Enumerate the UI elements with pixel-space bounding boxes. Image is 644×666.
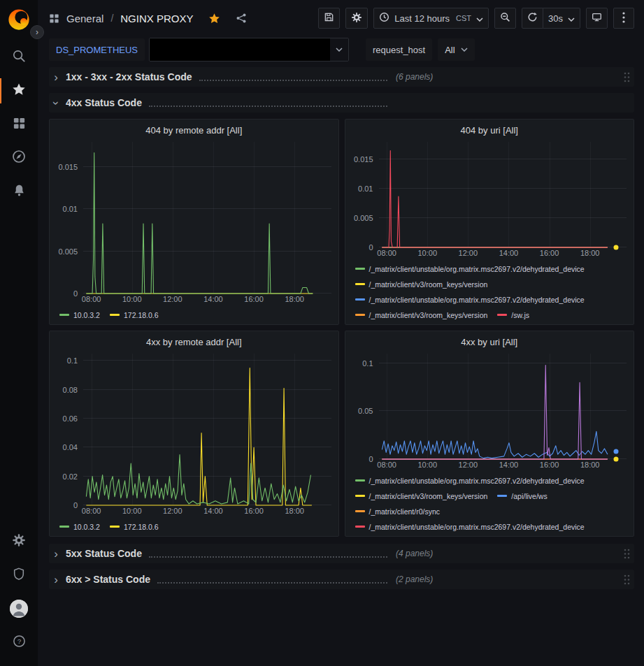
dashboards-grid-icon bbox=[13, 117, 26, 133]
bell-icon bbox=[13, 184, 26, 200]
legend-item[interactable]: /_matrix/client/unstable/org.matrix.msc2… bbox=[355, 475, 585, 486]
compass-icon bbox=[12, 150, 26, 166]
chart: 00.0050.010.01508:0010:0012:0014:0016:00… bbox=[50, 140, 338, 324]
time-range-picker[interactable]: Last 12 hours CST bbox=[373, 8, 489, 29]
legend-item[interactable]: /_matrix/client/v3/room_keys/version bbox=[355, 491, 488, 501]
star-icon bbox=[12, 82, 26, 99]
x-tick-label: 18:00 bbox=[580, 249, 600, 257]
save-dashboard-button[interactable] bbox=[318, 8, 340, 29]
x-axis-spacer bbox=[350, 247, 379, 259]
legend-swatch bbox=[355, 298, 365, 301]
chart: 00.0050.010.01508:0010:0012:0014:0016:00… bbox=[345, 140, 634, 324]
legend-item[interactable]: /_matrix/client/unstable/org.matrix.msc2… bbox=[355, 294, 585, 305]
panel-title[interactable]: 404 by uri [All] bbox=[461, 125, 518, 136]
sidebar-expand-button[interactable]: › bbox=[30, 25, 44, 39]
top-toolbar: General / NGINX PROXY bbox=[38, 0, 644, 36]
legend-item[interactable]: /_matrix/client/unstable/org.matrix.msc2… bbox=[355, 263, 585, 274]
sidebar-item-dashboards[interactable] bbox=[0, 108, 38, 141]
request-host-variable-select[interactable]: All bbox=[438, 38, 474, 61]
x-axis: 08:0010:0012:0014:0016:0018:00 bbox=[54, 294, 331, 305]
sidebar-item-configuration[interactable] bbox=[0, 525, 38, 558]
panel-header[interactable]: 4xx by uri [All] bbox=[345, 331, 634, 352]
legend-item[interactable]: /_matrix/client/v3/room_keys/version bbox=[355, 279, 488, 289]
share-icon[interactable] bbox=[236, 13, 247, 24]
more-options-menu[interactable] bbox=[613, 8, 634, 29]
x-tick-label: 10:00 bbox=[122, 295, 142, 303]
panel-title[interactable]: 4xx by uri [All] bbox=[461, 337, 517, 347]
row-title: 5xx Status Code bbox=[66, 548, 142, 559]
apps-grid-icon[interactable] bbox=[49, 13, 59, 24]
dashboard-row-5xx[interactable]: › 5xx Status Code (4 panels) bbox=[49, 544, 634, 563]
breadcrumb-folder[interactable]: General bbox=[66, 13, 103, 24]
y-tick-label: 0.01 bbox=[63, 205, 78, 213]
legend-item[interactable]: /_matrix/client/r0/sync bbox=[355, 506, 441, 516]
dashboard-settings-button[interactable] bbox=[345, 8, 368, 29]
x-tick-label: 16:00 bbox=[244, 295, 264, 303]
legend-swatch bbox=[355, 268, 365, 270]
sidebar-item-starred[interactable] bbox=[0, 74, 38, 108]
refresh-icon bbox=[527, 12, 538, 24]
plot-area bbox=[83, 354, 331, 505]
row-drag-handle[interactable] bbox=[624, 72, 630, 82]
panel-header[interactable]: 404 by remote addr [All] bbox=[50, 120, 338, 140]
sidebar-item-alerting[interactable] bbox=[0, 175, 38, 208]
x-axis-labels: 08:0010:0012:0014:0016:0018:00 bbox=[83, 505, 331, 517]
grafana-logo-icon[interactable] bbox=[6, 7, 31, 32]
panel-404-by-remote-addr: 404 by remote addr [All] 00.0050.010.015… bbox=[49, 119, 339, 325]
sidebar-item-help[interactable]: ? bbox=[0, 625, 38, 659]
dashboard-row-4xx[interactable]: › 4xx Status Code bbox=[49, 93, 634, 113]
x-axis-labels: 08:0010:0012:0014:0016:0018:00 bbox=[379, 459, 627, 471]
sidebar-item-profile[interactable] bbox=[0, 592, 38, 625]
datasource-variable-label[interactable]: DS_PROMETHEUS bbox=[49, 38, 145, 61]
dotted-leader bbox=[149, 105, 387, 107]
row-drag-handle[interactable] bbox=[624, 574, 630, 585]
search-icon bbox=[12, 49, 26, 66]
dotted-leader bbox=[199, 79, 387, 81]
chevron-down-icon bbox=[330, 38, 348, 61]
dashboard-row-1xx-3xx-2xx[interactable]: › 1xx - 3xx - 2xx Status Code (6 panels) bbox=[49, 67, 634, 87]
datasource-variable-value[interactable] bbox=[150, 38, 330, 61]
refresh-button[interactable] bbox=[522, 8, 543, 29]
sidebar-item-server-admin[interactable] bbox=[0, 558, 38, 592]
plot-area bbox=[379, 142, 627, 247]
y-tick-label: 0.01 bbox=[358, 184, 373, 193]
panel-4xx-by-remote-addr: 4xx by remote addr [All] 00.020.040.060.… bbox=[49, 331, 339, 537]
dashboard-title[interactable]: NGINX PROXY bbox=[120, 13, 193, 24]
legend-item[interactable]: /_matrix/client/unstable/org.matrix.msc2… bbox=[355, 521, 585, 532]
legend-item[interactable]: /sw.js bbox=[497, 310, 529, 320]
legend-label: /_matrix/client/unstable/org.matrix.msc2… bbox=[369, 523, 585, 531]
legend-swatch bbox=[355, 526, 365, 528]
row-panel-count: (6 panels) bbox=[396, 72, 433, 82]
panel-title[interactable]: 404 by remote addr [All] bbox=[145, 125, 242, 136]
y-tick-label: 0.04 bbox=[63, 443, 78, 451]
main-area: General / NGINX PROXY bbox=[38, 0, 644, 666]
x-axis-spacer bbox=[350, 459, 379, 471]
sidebar-item-search[interactable] bbox=[0, 41, 38, 74]
y-tick-label: 0.1 bbox=[362, 359, 373, 368]
legend-item[interactable]: 172.18.0.6 bbox=[110, 521, 159, 532]
refresh-interval-dropdown[interactable]: 30s bbox=[543, 8, 580, 29]
legend-item[interactable]: /_matrix/client/v3/room_keys/version bbox=[355, 310, 488, 320]
dashboard-row-6xx[interactable]: › 6xx > Status Code (2 panels) bbox=[49, 570, 634, 589]
chart: 00.050.108:0010:0012:0014:0016:0018:00/_… bbox=[345, 352, 634, 536]
cycle-view-mode-button[interactable] bbox=[586, 8, 608, 29]
legend-item[interactable]: 10.0.3.2 bbox=[59, 521, 100, 532]
panel-header[interactable]: 404 by uri [All] bbox=[345, 120, 634, 140]
datasource-variable-select[interactable] bbox=[149, 38, 349, 61]
y-tick-label: 0.1 bbox=[67, 356, 78, 365]
sidebar-item-explore[interactable] bbox=[0, 141, 38, 175]
panel-header[interactable]: 4xx by remote addr [All] bbox=[50, 331, 338, 352]
legend-item[interactable]: 172.18.0.6 bbox=[110, 310, 159, 320]
plot-row: 00.0050.010.015 bbox=[350, 142, 627, 247]
panel-title[interactable]: 4xx by remote addr [All] bbox=[146, 337, 242, 347]
legend-item[interactable]: /api/live/ws bbox=[497, 491, 547, 501]
chevron-right-icon: › bbox=[50, 548, 62, 560]
legend-label: /_matrix/client/v3/room_keys/version bbox=[369, 280, 488, 289]
row-drag-handle[interactable] bbox=[624, 549, 630, 559]
favorite-star-icon[interactable] bbox=[208, 13, 220, 24]
legend-item[interactable]: 10.0.3.2 bbox=[59, 310, 100, 320]
legend-swatch bbox=[59, 526, 69, 528]
y-tick-label: 0 bbox=[368, 243, 373, 252]
row-left: › 1xx - 3xx - 2xx Status Code bbox=[50, 71, 390, 83]
zoom-out-button[interactable] bbox=[494, 8, 516, 29]
